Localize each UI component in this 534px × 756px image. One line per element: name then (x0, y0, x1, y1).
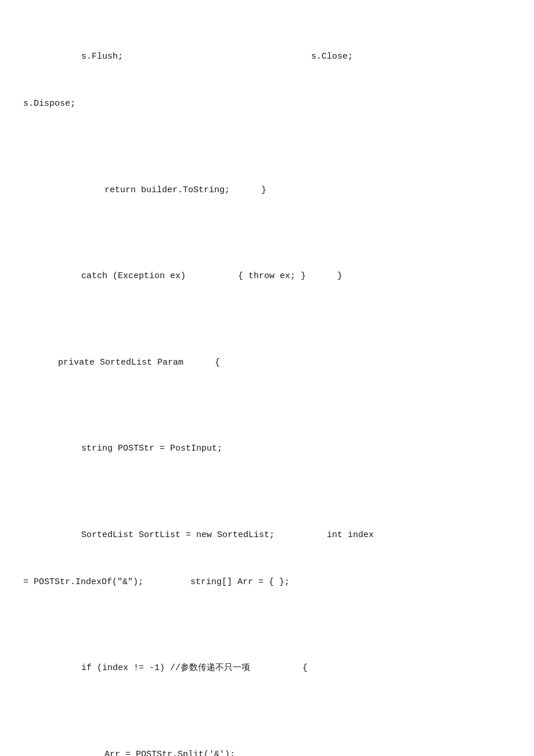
code-container: s.Flush; s.Close; s.Dispose; return buil… (23, 17, 511, 756)
spacer-6 (23, 621, 511, 629)
code-line-7: SortedList SortList = new SortedList; in… (23, 527, 511, 543)
code-line-2: s.Dispose; (23, 96, 511, 111)
code-line-6: string POSTStr = PostInput; (23, 441, 511, 456)
spacer-5 (23, 488, 511, 496)
spacer-1 (23, 143, 511, 151)
code-line-8: = POSTStr.IndexOf("&"); string[] Arr = {… (23, 574, 511, 590)
code-line-4: catch (Exception ex) { throw ex; } } (23, 268, 511, 284)
code-line-5: private SortedList Param { (23, 355, 511, 370)
spacer-4 (23, 402, 511, 410)
spacer-7 (23, 707, 511, 715)
spacer-3 (23, 315, 511, 323)
code-line-10: Arr = POSTStr.Split('&'); (23, 747, 511, 757)
code-line-1: s.Flush; s.Close; (23, 49, 511, 64)
code-line-9: if (index != -1) //参数传递不只一项 { (23, 660, 511, 676)
spacer-2 (23, 229, 511, 237)
code-line-3: return builder.ToString; } (23, 182, 511, 198)
